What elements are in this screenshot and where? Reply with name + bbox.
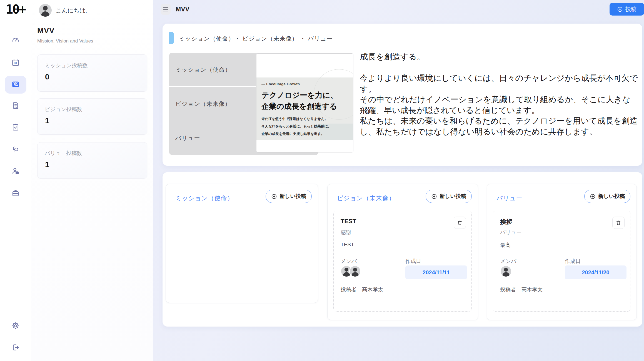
- value-entry-card: 挨拶 バリュー 最高 メンバー 投稿者 髙木孝太 作成日 2024/11/20: [493, 211, 630, 312]
- post-button[interactable]: 投稿: [610, 3, 644, 16]
- sidebar-item-calendar[interactable]: 31: [5, 54, 26, 72]
- logout-icon: [11, 343, 20, 353]
- sidebar-item-tasks[interactable]: [5, 119, 26, 137]
- dashboard-gauge-icon: [11, 36, 20, 45]
- poster-eyebrow: — Encourage Growth: [261, 82, 353, 86]
- entry-author-row: 投稿者 髙木孝太: [500, 286, 543, 293]
- panel-title: MVV: [37, 26, 54, 35]
- poster-copy-line: 未だITを使う中で課題はなくなりません。: [261, 115, 353, 123]
- new-post-label: 新しい投稿: [598, 193, 625, 200]
- stat-card-vision: ビジョン投稿数 1: [37, 98, 147, 135]
- user-avatar: [39, 4, 52, 17]
- trash-icon: [616, 220, 621, 225]
- column-title: ビジョン（未来像）: [337, 194, 395, 202]
- sidebar-item-documents[interactable]: [5, 97, 26, 115]
- author-name: 髙木孝太: [362, 286, 383, 293]
- stat-label: バリュー投稿数: [45, 150, 82, 157]
- poster-copy: 未だITを使う中で課題はなくなりません。 そんなITをもっと身近に、もっと効果的…: [261, 115, 353, 138]
- stat-label: ミッション投稿数: [45, 62, 88, 69]
- clipboard-check-icon: [11, 123, 20, 132]
- panel-subtitle: Mission, Vision and Values: [37, 38, 93, 44]
- column-title: バリュー: [496, 194, 523, 202]
- column-title: ミッション（使命）: [175, 194, 234, 202]
- icon-rail: 10+ 31: [0, 0, 31, 361]
- poster-band: — Encourage Growth テクノロジーを力に、 企業の成長を創造する…: [256, 77, 353, 140]
- poster-copy-line: そんなITをもっと身近に、もっと効果的に。: [261, 123, 353, 130]
- person-briefcase-icon: [11, 167, 20, 176]
- author-name: 髙木孝太: [521, 286, 543, 293]
- document-icon: [11, 101, 20, 111]
- author-label: 投稿者: [341, 286, 356, 293]
- entry-category: バリュー: [500, 229, 521, 236]
- new-post-button-vision[interactable]: 新しい投稿: [426, 190, 472, 203]
- new-post-button-mission[interactable]: 新しい投稿: [266, 190, 312, 203]
- plus-circle-icon: [271, 194, 277, 199]
- chat-bubbles-icon: [11, 145, 20, 155]
- poster-headline-line1: テクノロジーを力に、: [261, 90, 353, 101]
- poster-headline-line2: 企業の成長を創造する: [261, 101, 353, 112]
- sidebar-item-work[interactable]: [5, 185, 26, 202]
- entry-author-row: 投稿者 髙木孝太: [341, 286, 383, 293]
- new-post-button-value[interactable]: 新しい投稿: [584, 190, 630, 203]
- new-post-label: 新しい投稿: [279, 193, 306, 200]
- author-label: 投稿者: [500, 286, 516, 293]
- plus-circle-icon: [431, 194, 437, 199]
- stat-value: 1: [45, 116, 49, 125]
- menu-toggle-button[interactable]: [161, 4, 171, 15]
- stat-value: 0: [45, 72, 49, 81]
- member-avatars: [341, 265, 361, 277]
- sidebar-item-logout[interactable]: [5, 339, 26, 357]
- entry-body: TEST: [341, 242, 354, 248]
- poster-headline: テクノロジーを力に、 企業の成長を創造する: [261, 90, 353, 112]
- value-column-card: バリュー 新しい投稿 挨拶 バリュー 最高 メンバー 投稿者 髙木孝太 作成日 …: [487, 184, 637, 320]
- created-label: 作成日: [405, 258, 421, 265]
- members-label: メンバー: [341, 258, 362, 265]
- poster-bottom-area: [256, 140, 353, 152]
- sidebar-item-mvv-board[interactable]: [5, 76, 26, 94]
- sidebar-item-dashboard[interactable]: [5, 32, 26, 49]
- gear-icon: [11, 322, 20, 331]
- divider: [37, 22, 147, 22]
- created-date-badge: 2024/11/11: [405, 265, 467, 279]
- entry-title: 挨拶: [500, 218, 512, 226]
- member-avatar: [349, 265, 361, 277]
- sidebar-item-settings[interactable]: [5, 317, 26, 335]
- app-root: 10+ 31: [0, 0, 644, 361]
- poster-copy-line: 企業の成長を最適に支援し結果を出す。: [261, 130, 353, 138]
- app-logo: 10+: [0, 2, 31, 16]
- side-panel: こんにちは, MVV Mission, Vision and Values ミッ…: [31, 0, 153, 361]
- page-title: MVV: [176, 6, 189, 13]
- sidebar-item-chat[interactable]: [5, 141, 26, 159]
- vision-entry-card: TEST 感謝 TEST メンバー 投稿者 髙木孝太 作成日 2024/11/1…: [333, 211, 472, 312]
- new-post-label: 新しい投稿: [440, 193, 466, 200]
- delete-entry-button[interactable]: [612, 217, 625, 229]
- members-label: メンバー: [500, 258, 521, 265]
- stat-card-mission: ミッション投稿数 0: [37, 54, 147, 92]
- calendar-icon: 31: [11, 58, 20, 68]
- entry-body: 最高: [500, 242, 511, 249]
- mvv-overview-card: ミッション（使命）・ ビジョン（未来像） ・ バリュー ミッション（使命） ビジ…: [163, 24, 642, 166]
- section-title: ミッション（使命）・ ビジョン（未来像） ・ バリュー: [179, 35, 333, 42]
- hamburger-icon: [163, 7, 168, 8]
- created-date-badge: 2024/11/20: [565, 265, 626, 279]
- trash-icon: [457, 220, 463, 225]
- vision-column-card: ビジョン（未来像） 新しい投稿 TEST 感謝 TEST メンバー 投稿者 髙木…: [327, 184, 478, 320]
- member-avatar: [500, 265, 512, 277]
- plus-circle-icon: [617, 6, 623, 12]
- created-label: 作成日: [565, 258, 581, 265]
- briefcase-icon: [11, 189, 20, 198]
- board-icon: [11, 80, 20, 89]
- post-button-label: 投稿: [625, 6, 636, 13]
- entry-title: TEST: [341, 218, 356, 225]
- plus-circle-icon: [590, 194, 596, 199]
- member-avatars: [500, 265, 512, 277]
- greeting-text: こんにちは,: [56, 7, 87, 14]
- mission-column-card: ミッション（使命） 新しい投稿: [166, 184, 318, 303]
- stat-label: ビジョン投稿数: [45, 106, 82, 113]
- stat-card-value: バリュー投稿数 1: [37, 142, 147, 179]
- svg-text:31: 31: [14, 62, 17, 65]
- vision-description-text: 成長を創造する。 今よりより良い環境にしていくには、日々のチャレンジから成長が不…: [360, 51, 638, 162]
- delete-entry-button[interactable]: [454, 217, 466, 229]
- sidebar-item-members[interactable]: [5, 163, 26, 180]
- mvv-poster-image: — Encourage Growth テクノロジーを力に、 企業の成長を創造する…: [256, 53, 353, 152]
